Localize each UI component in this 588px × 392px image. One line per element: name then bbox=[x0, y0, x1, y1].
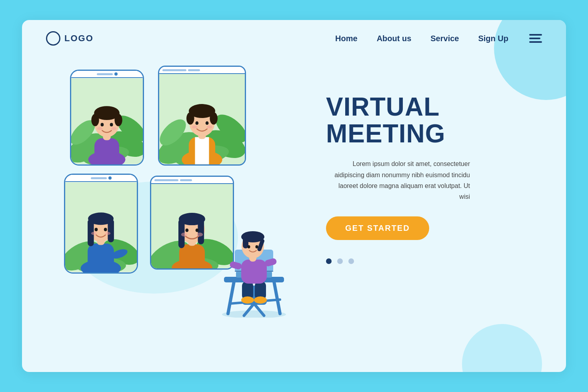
carousel-dot-1[interactable] bbox=[326, 258, 332, 264]
phone-notch-bar-2 bbox=[65, 175, 137, 182]
svg-point-63 bbox=[196, 228, 199, 232]
desk-person-illustration bbox=[206, 198, 302, 318]
phone-notch-bar bbox=[71, 71, 143, 78]
video-card-3 bbox=[64, 174, 138, 274]
svg-point-62 bbox=[185, 228, 188, 232]
svg-point-16 bbox=[111, 127, 117, 130]
svg-point-13 bbox=[101, 123, 104, 126]
carousel-dot-2[interactable] bbox=[337, 258, 343, 264]
svg-point-15 bbox=[97, 127, 103, 130]
tablet-top-bar bbox=[159, 67, 245, 74]
device-screen-2 bbox=[159, 74, 245, 164]
svg-line-68 bbox=[274, 282, 280, 314]
nav-item-service[interactable]: Service bbox=[430, 34, 459, 43]
logo-text: LOGO bbox=[64, 33, 94, 44]
device-screen-1 bbox=[71, 78, 143, 164]
person-illustration-1 bbox=[71, 78, 143, 164]
svg-point-47 bbox=[95, 228, 98, 231]
carousel-dots bbox=[326, 258, 542, 264]
video-card-1 bbox=[70, 70, 144, 166]
svg-point-91 bbox=[256, 245, 258, 248]
svg-point-65 bbox=[197, 233, 203, 237]
device-screen-3 bbox=[65, 182, 137, 272]
person-illustration-2 bbox=[159, 74, 245, 164]
svg-point-34 bbox=[207, 126, 212, 129]
carousel-dot-3[interactable] bbox=[348, 258, 354, 264]
get-started-button[interactable]: GET STARTED bbox=[326, 216, 429, 240]
svg-rect-61 bbox=[198, 219, 204, 244]
hamburger-line-1 bbox=[529, 34, 542, 36]
svg-point-90 bbox=[248, 245, 250, 248]
svg-point-14 bbox=[110, 123, 113, 126]
hamburger-line-3 bbox=[529, 41, 542, 43]
hero-heading: VIRTUAL MEETING bbox=[326, 94, 542, 147]
logo-icon bbox=[46, 31, 60, 46]
notch-dot-2 bbox=[108, 176, 112, 180]
svg-rect-7 bbox=[94, 138, 119, 164]
svg-point-33 bbox=[192, 126, 198, 129]
logo-area[interactable]: LOGO bbox=[46, 31, 94, 46]
svg-point-48 bbox=[104, 228, 107, 231]
tablet-top-bar-2 bbox=[151, 177, 233, 184]
top-bar-line-short bbox=[188, 69, 200, 71]
notch-dot bbox=[114, 72, 118, 76]
navbar: LOGO Home About us Service Sign Up bbox=[22, 20, 566, 54]
svg-rect-46 bbox=[108, 219, 114, 242]
svg-point-50 bbox=[105, 232, 111, 235]
svg-point-32 bbox=[206, 121, 209, 125]
svg-point-11 bbox=[91, 114, 99, 126]
svg-point-80 bbox=[241, 296, 254, 304]
hamburger-menu-icon[interactable] bbox=[529, 34, 542, 43]
svg-point-29 bbox=[186, 112, 194, 124]
top-bar-line-long-2 bbox=[154, 179, 178, 181]
notch-line-2 bbox=[91, 177, 107, 179]
svg-point-64 bbox=[181, 233, 188, 237]
svg-rect-40 bbox=[88, 244, 114, 272]
svg-rect-56 bbox=[179, 244, 205, 268]
illustration-area bbox=[46, 62, 310, 326]
hero-description: Lorem ipsum dolor sit amet, consectetuer… bbox=[326, 158, 470, 202]
svg-point-12 bbox=[114, 114, 122, 126]
nav-links: Home About us Service Sign Up bbox=[335, 34, 508, 43]
svg-point-49 bbox=[91, 232, 97, 235]
nav-item-home[interactable]: Home bbox=[335, 34, 358, 43]
top-bar-line-short-2 bbox=[180, 179, 192, 181]
svg-rect-25 bbox=[195, 137, 209, 164]
nav-item-signup[interactable]: Sign Up bbox=[478, 34, 508, 43]
svg-rect-82 bbox=[241, 260, 267, 284]
svg-point-31 bbox=[195, 121, 198, 125]
main-content: VIRTUAL MEETING Lorem ipsum dolor sit am… bbox=[22, 54, 566, 326]
svg-point-66 bbox=[222, 310, 286, 318]
desk-person-svg bbox=[206, 198, 302, 318]
svg-line-67 bbox=[228, 282, 234, 314]
hamburger-line-2 bbox=[529, 38, 540, 39]
svg-point-30 bbox=[210, 112, 217, 124]
nav-item-about[interactable]: About us bbox=[377, 34, 412, 43]
landing-page: LOGO Home About us Service Sign Up bbox=[22, 20, 566, 372]
notch-line bbox=[97, 73, 113, 75]
hero-text: VIRTUAL MEETING Lorem ipsum dolor sit am… bbox=[310, 62, 542, 264]
svg-point-81 bbox=[254, 296, 267, 304]
person-illustration-3 bbox=[65, 182, 137, 272]
top-bar-line-long bbox=[162, 69, 186, 71]
video-card-2 bbox=[158, 66, 246, 166]
